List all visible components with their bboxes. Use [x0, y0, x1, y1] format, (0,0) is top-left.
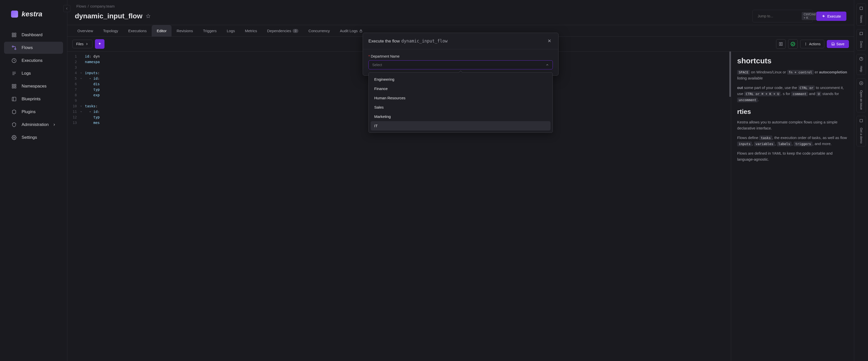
department-select-input[interactable] [372, 63, 546, 67]
rail-icon-open-an-issue[interactable] [857, 79, 866, 88]
blueprints-icon [11, 96, 17, 102]
dropdown-option-human-resources[interactable]: Human Resources [371, 93, 551, 103]
svg-point-5 [15, 49, 16, 50]
svg-rect-11 [14, 84, 16, 86]
logo-text: kestra [22, 10, 42, 18]
logo-icon [11, 10, 18, 18]
rail-item-help[interactable]: Help [857, 63, 866, 75]
modal-overlay: Execute the flow dynamic_input_flow ✕ *D… [67, 0, 854, 361]
rail-item-news[interactable]: News [857, 13, 866, 25]
svg-point-4 [12, 46, 13, 47]
main-content: Flows / company.team dynamic_input_flow … [67, 0, 854, 361]
nav-item-logs[interactable]: Logs [4, 67, 63, 79]
rail-icon-docs[interactable] [857, 29, 866, 38]
svg-rect-2 [12, 35, 14, 37]
rail-item-get-a-demo[interactable]: Get a demo [857, 125, 866, 146]
dropdown-option-marketing[interactable]: Marketing [371, 112, 551, 121]
admin-icon [11, 122, 17, 128]
nav-item-flows[interactable]: Flows [4, 42, 63, 54]
rail-item-docs[interactable]: Docs [857, 38, 866, 50]
modal-title: Execute the flow dynamic_input_flow [368, 38, 447, 44]
svg-rect-0 [12, 33, 14, 35]
rail-icon-news[interactable] [857, 4, 866, 13]
nav-item-plugins[interactable]: Plugins [4, 106, 63, 118]
nav-item-namespaces[interactable]: Namespaces [4, 80, 63, 92]
logs-icon [11, 71, 17, 77]
svg-rect-10 [12, 84, 14, 86]
namespaces-icon [11, 83, 17, 89]
dropdown-option-engineering[interactable]: Engineering [371, 75, 551, 84]
right-rail: NewsDocsHelpOpen an issueGet a demo [854, 0, 868, 361]
dropdown-option-finance[interactable]: Finance [371, 84, 551, 93]
plugins-icon [11, 109, 17, 115]
svg-point-16 [13, 137, 15, 138]
rail-item-open-an-issue[interactable]: Open an issue [857, 88, 866, 112]
svg-rect-14 [12, 97, 16, 101]
nav-item-administration[interactable]: Administration [4, 119, 63, 131]
nav-item-executions[interactable]: Executions [4, 55, 63, 66]
logo[interactable]: kestra [0, 5, 67, 28]
svg-rect-1 [14, 33, 16, 35]
svg-rect-12 [12, 87, 14, 88]
modal-close-button[interactable]: ✕ [546, 37, 553, 45]
nav-item-dashboard[interactable]: Dashboard [4, 29, 63, 41]
rail-icon-help[interactable] [857, 54, 866, 63]
executions-icon [11, 58, 17, 64]
svg-rect-28 [860, 7, 863, 10]
svg-rect-32 [860, 119, 863, 122]
sidebar: kestra DashboardFlowsExecutionsLogsNames… [0, 0, 67, 361]
dashboard-icon [11, 32, 17, 38]
department-select[interactable] [368, 60, 553, 70]
execute-flow-modal: Execute the flow dynamic_input_flow ✕ *D… [363, 33, 559, 76]
svg-rect-13 [14, 87, 16, 88]
svg-rect-3 [14, 35, 16, 37]
flows-icon [11, 45, 17, 51]
field-label-department: *Department Name [368, 54, 553, 58]
dropdown-option-sales[interactable]: Sales [371, 103, 551, 112]
dropdown-option-it[interactable]: IT [371, 121, 551, 131]
close-icon: ✕ [548, 38, 551, 44]
settings-icon [11, 135, 17, 141]
rail-icon-get-a-demo[interactable] [857, 116, 866, 125]
nav-item-blueprints[interactable]: Blueprints [4, 93, 63, 105]
department-dropdown: EngineeringFinanceHuman ResourcesSalesMa… [368, 73, 553, 133]
chevron-up-icon [546, 63, 549, 66]
nav-item-settings[interactable]: Settings [4, 132, 63, 143]
